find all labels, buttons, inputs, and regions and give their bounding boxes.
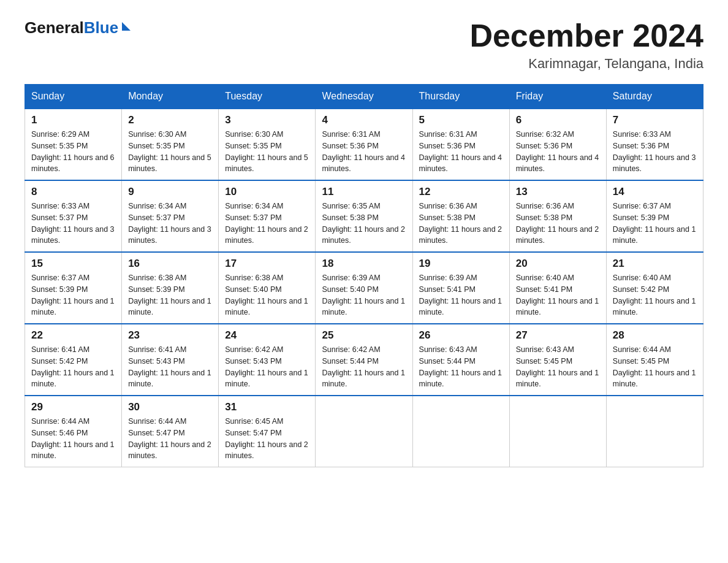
calendar-cell: 1Sunrise: 6:29 AMSunset: 5:35 PMDaylight… xyxy=(25,109,122,180)
day-info: Sunrise: 6:36 AMSunset: 5:38 PMDaylight:… xyxy=(516,202,599,245)
day-info: Sunrise: 6:38 AMSunset: 5:40 PMDaylight:… xyxy=(225,274,308,316)
week-row-4: 22Sunrise: 6:41 AMSunset: 5:42 PMDayligh… xyxy=(25,324,703,396)
day-number: 16 xyxy=(128,258,212,270)
day-number: 1 xyxy=(31,114,115,126)
calendar-cell: 3Sunrise: 6:30 AMSunset: 5:35 PMDaylight… xyxy=(219,109,316,180)
calendar-title: December 2024 xyxy=(469,18,703,53)
day-number: 12 xyxy=(419,186,503,198)
weekday-header-thursday: Thursday xyxy=(412,85,509,109)
logo: GeneralBlue xyxy=(25,18,131,37)
calendar-cell: 19Sunrise: 6:39 AMSunset: 5:41 PMDayligh… xyxy=(412,252,509,324)
calendar-cell xyxy=(316,396,412,467)
day-number: 13 xyxy=(516,186,600,198)
day-info: Sunrise: 6:39 AMSunset: 5:41 PMDaylight:… xyxy=(419,274,502,316)
day-info: Sunrise: 6:41 AMSunset: 5:43 PMDaylight:… xyxy=(128,345,211,388)
day-number: 27 xyxy=(516,329,600,342)
day-number: 25 xyxy=(322,329,406,342)
day-info: Sunrise: 6:29 AMSunset: 5:35 PMDaylight:… xyxy=(31,130,115,173)
calendar-cell: 6Sunrise: 6:32 AMSunset: 5:36 PMDaylight… xyxy=(509,109,606,180)
calendar-cell xyxy=(606,396,703,467)
day-info: Sunrise: 6:32 AMSunset: 5:36 PMDaylight:… xyxy=(516,130,599,173)
day-number: 20 xyxy=(516,258,600,270)
day-info: Sunrise: 6:34 AMSunset: 5:37 PMDaylight:… xyxy=(225,202,308,245)
day-number: 8 xyxy=(31,186,115,198)
logo-general-text: General xyxy=(25,18,84,37)
day-number: 14 xyxy=(613,186,697,198)
calendar-cell: 11Sunrise: 6:35 AMSunset: 5:38 PMDayligh… xyxy=(316,180,412,252)
calendar-cell: 4Sunrise: 6:31 AMSunset: 5:36 PMDaylight… xyxy=(316,109,412,180)
calendar-cell: 2Sunrise: 6:30 AMSunset: 5:35 PMDaylight… xyxy=(122,109,219,180)
calendar-cell: 27Sunrise: 6:43 AMSunset: 5:45 PMDayligh… xyxy=(509,324,606,396)
calendar-cell: 9Sunrise: 6:34 AMSunset: 5:37 PMDaylight… xyxy=(122,180,219,252)
day-info: Sunrise: 6:41 AMSunset: 5:42 PMDaylight:… xyxy=(31,345,115,388)
calendar-table: SundayMondayTuesdayWednesdayThursdayFrid… xyxy=(25,84,703,467)
day-info: Sunrise: 6:44 AMSunset: 5:47 PMDaylight:… xyxy=(128,417,211,460)
calendar-cell: 31Sunrise: 6:45 AMSunset: 5:47 PMDayligh… xyxy=(219,396,316,467)
day-number: 29 xyxy=(31,401,115,413)
weekday-header-wednesday: Wednesday xyxy=(316,85,412,109)
day-info: Sunrise: 6:37 AMSunset: 5:39 PMDaylight:… xyxy=(31,274,115,316)
day-number: 5 xyxy=(419,114,503,126)
day-number: 6 xyxy=(516,114,600,126)
day-info: Sunrise: 6:31 AMSunset: 5:36 PMDaylight:… xyxy=(322,130,405,173)
calendar-cell: 25Sunrise: 6:42 AMSunset: 5:44 PMDayligh… xyxy=(316,324,412,396)
calendar-cell xyxy=(412,396,509,467)
day-number: 24 xyxy=(225,329,309,342)
calendar-cell: 23Sunrise: 6:41 AMSunset: 5:43 PMDayligh… xyxy=(122,324,219,396)
calendar-cell xyxy=(509,396,606,467)
calendar-cell: 7Sunrise: 6:33 AMSunset: 5:36 PMDaylight… xyxy=(606,109,703,180)
weekday-header-tuesday: Tuesday xyxy=(219,85,316,109)
day-info: Sunrise: 6:38 AMSunset: 5:39 PMDaylight:… xyxy=(128,274,211,316)
day-number: 31 xyxy=(225,401,309,413)
calendar-cell: 30Sunrise: 6:44 AMSunset: 5:47 PMDayligh… xyxy=(122,396,219,467)
day-info: Sunrise: 6:30 AMSunset: 5:35 PMDaylight:… xyxy=(128,130,211,173)
day-number: 2 xyxy=(128,114,212,126)
calendar-subtitle: Karimnagar, Telangana, India xyxy=(469,56,703,72)
day-info: Sunrise: 6:40 AMSunset: 5:41 PMDaylight:… xyxy=(516,274,599,316)
day-info: Sunrise: 6:35 AMSunset: 5:38 PMDaylight:… xyxy=(322,202,405,245)
calendar-cell: 29Sunrise: 6:44 AMSunset: 5:46 PMDayligh… xyxy=(25,396,122,467)
weekday-header-monday: Monday xyxy=(122,85,219,109)
day-info: Sunrise: 6:31 AMSunset: 5:36 PMDaylight:… xyxy=(419,130,502,173)
day-number: 18 xyxy=(322,258,406,270)
weekday-header-sunday: Sunday xyxy=(25,85,122,109)
calendar-cell: 24Sunrise: 6:42 AMSunset: 5:43 PMDayligh… xyxy=(219,324,316,396)
day-number: 19 xyxy=(419,258,503,270)
day-info: Sunrise: 6:44 AMSunset: 5:46 PMDaylight:… xyxy=(31,417,115,460)
weekday-header-friday: Friday xyxy=(509,85,606,109)
calendar-cell: 13Sunrise: 6:36 AMSunset: 5:38 PMDayligh… xyxy=(509,180,606,252)
day-number: 23 xyxy=(128,329,212,342)
calendar-cell: 12Sunrise: 6:36 AMSunset: 5:38 PMDayligh… xyxy=(412,180,509,252)
calendar-cell: 20Sunrise: 6:40 AMSunset: 5:41 PMDayligh… xyxy=(509,252,606,324)
day-number: 26 xyxy=(419,329,503,342)
day-number: 9 xyxy=(128,186,212,198)
calendar-cell: 21Sunrise: 6:40 AMSunset: 5:42 PMDayligh… xyxy=(606,252,703,324)
calendar-cell: 14Sunrise: 6:37 AMSunset: 5:39 PMDayligh… xyxy=(606,180,703,252)
logo-blue-text: Blue xyxy=(84,18,118,37)
day-info: Sunrise: 6:33 AMSunset: 5:36 PMDaylight:… xyxy=(613,130,696,173)
calendar-cell: 18Sunrise: 6:39 AMSunset: 5:40 PMDayligh… xyxy=(316,252,412,324)
calendar-cell: 5Sunrise: 6:31 AMSunset: 5:36 PMDaylight… xyxy=(412,109,509,180)
day-number: 10 xyxy=(225,186,309,198)
day-info: Sunrise: 6:34 AMSunset: 5:37 PMDaylight:… xyxy=(128,202,211,245)
day-info: Sunrise: 6:37 AMSunset: 5:39 PMDaylight:… xyxy=(613,202,696,245)
day-info: Sunrise: 6:30 AMSunset: 5:35 PMDaylight:… xyxy=(225,130,308,173)
day-info: Sunrise: 6:44 AMSunset: 5:45 PMDaylight:… xyxy=(613,345,696,388)
day-number: 4 xyxy=(322,114,406,126)
calendar-cell: 10Sunrise: 6:34 AMSunset: 5:37 PMDayligh… xyxy=(219,180,316,252)
day-number: 7 xyxy=(613,114,697,126)
week-row-5: 29Sunrise: 6:44 AMSunset: 5:46 PMDayligh… xyxy=(25,396,703,467)
calendar-cell: 15Sunrise: 6:37 AMSunset: 5:39 PMDayligh… xyxy=(25,252,122,324)
day-number: 15 xyxy=(31,258,115,270)
day-number: 21 xyxy=(613,258,697,270)
title-area: December 2024 Karimnagar, Telangana, Ind… xyxy=(469,18,703,72)
day-info: Sunrise: 6:42 AMSunset: 5:44 PMDaylight:… xyxy=(322,345,405,388)
day-info: Sunrise: 6:36 AMSunset: 5:38 PMDaylight:… xyxy=(419,202,502,245)
day-info: Sunrise: 6:43 AMSunset: 5:44 PMDaylight:… xyxy=(419,345,502,388)
day-number: 30 xyxy=(128,401,212,413)
week-row-2: 8Sunrise: 6:33 AMSunset: 5:37 PMDaylight… xyxy=(25,180,703,252)
day-info: Sunrise: 6:33 AMSunset: 5:37 PMDaylight:… xyxy=(31,202,115,245)
weekday-header-row: SundayMondayTuesdayWednesdayThursdayFrid… xyxy=(25,85,703,109)
calendar-cell: 28Sunrise: 6:44 AMSunset: 5:45 PMDayligh… xyxy=(606,324,703,396)
day-number: 3 xyxy=(225,114,309,126)
